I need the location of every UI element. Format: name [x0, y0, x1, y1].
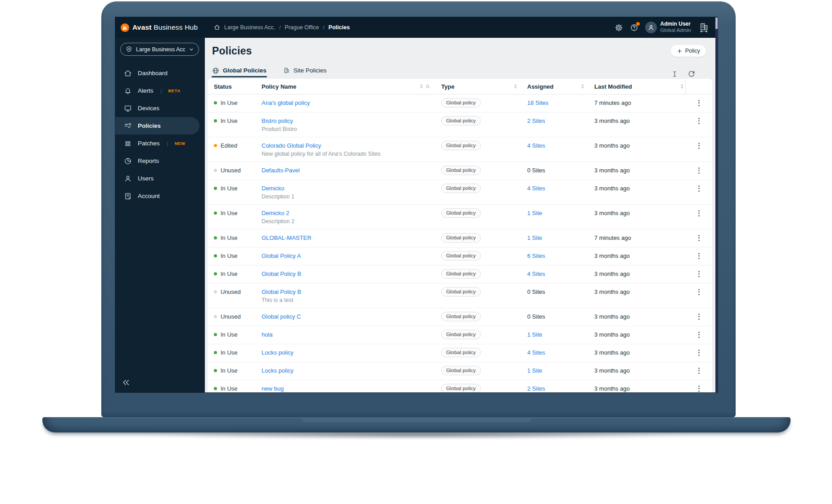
import-icon[interactable] — [671, 70, 678, 78]
kebab-menu-icon[interactable] — [694, 366, 703, 375]
kebab-menu-icon[interactable] — [694, 330, 703, 339]
sidebar-item-alerts[interactable]: Alerts|BETA — [115, 82, 205, 99]
sort-icon[interactable] — [514, 84, 517, 89]
refresh-icon[interactable] — [687, 70, 696, 78]
policy-name-cell: Defaults-Pavel — [262, 162, 433, 174]
assigned-sites-link[interactable]: 4 Sites — [527, 142, 545, 149]
assigned-sites-link[interactable]: 6 Sites — [527, 252, 545, 259]
sidebar-item-patches[interactable]: Patches|NEW — [115, 135, 205, 152]
sort-icon[interactable] — [581, 84, 584, 89]
sidebar-item-devices[interactable]: Devices — [115, 99, 205, 117]
actions-cell — [685, 362, 712, 375]
assigned-sites-link[interactable]: 4 Sites — [527, 185, 545, 192]
kebab-menu-icon[interactable] — [694, 116, 703, 126]
policy-name-link[interactable]: Global Policy B — [262, 270, 301, 277]
sidebar-item-users[interactable]: Users — [115, 170, 205, 187]
breadcrumb-item[interactable]: Policies — [329, 24, 350, 31]
sidebar-item-label: Policies — [138, 122, 161, 129]
kebab-menu-icon[interactable] — [694, 98, 703, 108]
breadcrumb-item[interactable]: Prague Office — [285, 24, 319, 31]
add-policy-button[interactable]: Policy — [671, 45, 706, 57]
assigned-sites-link[interactable]: 1 Site — [527, 367, 542, 374]
kebab-menu-icon[interactable] — [694, 233, 703, 243]
policy-name-link[interactable]: Ana's global policy — [262, 99, 310, 106]
breadcrumb-item[interactable]: Large Business Acc. — [224, 24, 275, 31]
scrollbar-track[interactable] — [715, 17, 718, 392]
sidebar-item-reports[interactable]: Reports — [115, 152, 205, 170]
sidebar-item-label: Dashboard — [138, 70, 167, 76]
type-cell: Global policy — [433, 94, 519, 108]
sidebar: Large Business Acc. DashboardAlerts|BETA… — [115, 38, 205, 392]
status-dot — [214, 187, 217, 190]
search-icon[interactable] — [425, 84, 431, 90]
policy-name-link[interactable]: Locks policy — [262, 367, 294, 374]
assigned-sites-link[interactable]: 4 Sites — [527, 270, 545, 277]
sidebar-item-account[interactable]: Account — [115, 187, 205, 205]
assigned-cell: 1 Site — [519, 326, 586, 338]
policy-name-link[interactable]: Bistro policy — [262, 117, 293, 124]
kebab-menu-icon[interactable] — [694, 287, 703, 297]
sidebar-item-policies[interactable]: Policies — [115, 117, 199, 135]
actions-cell — [685, 380, 712, 392]
col-header-last-modified[interactable]: Last Modified — [586, 79, 685, 94]
help-icon[interactable] — [630, 23, 638, 32]
kebab-menu-icon[interactable] — [694, 184, 703, 193]
gear-icon[interactable] — [615, 23, 623, 32]
kebab-menu-icon[interactable] — [694, 269, 703, 279]
policy-name-link[interactable]: Colorado Global Policy — [262, 142, 321, 149]
actions-cell — [685, 308, 712, 321]
policy-name-link[interactable]: Demicko — [262, 185, 285, 192]
policy-name-link[interactable]: Global Policy B — [262, 288, 301, 295]
policy-name-link[interactable]: Demicko 2 — [262, 210, 289, 216]
org-switcher-icon[interactable] — [698, 22, 710, 33]
policy-type-badge: Global policy — [441, 269, 481, 279]
assigned-sites-link[interactable]: 1 Site — [527, 210, 542, 216]
assigned-sites-link[interactable]: 4 Sites — [527, 349, 545, 356]
scrollbar-thumb[interactable] — [715, 18, 718, 29]
sidebar-item-dashboard[interactable]: Dashboard — [115, 64, 205, 82]
type-cell: Global policy — [433, 229, 519, 243]
kebab-menu-icon[interactable] — [694, 348, 703, 357]
assigned-sites-link[interactable]: 18 Sites — [527, 99, 548, 106]
table-row: In Usenew bugGlobal policy2 Sites3 month… — [208, 380, 712, 392]
kebab-menu-icon[interactable] — [694, 312, 703, 321]
avatar[interactable] — [645, 22, 657, 33]
assigned-sites-link[interactable]: 2 Sites — [527, 117, 545, 124]
kebab-menu-icon[interactable] — [694, 251, 703, 261]
kebab-menu-icon[interactable] — [694, 141, 703, 150]
status-label: Unused — [221, 166, 241, 174]
account-selector[interactable]: Large Business Acc. — [120, 43, 199, 56]
policy-type-badge: Global policy — [441, 98, 481, 108]
table-row: In UseDemicko 2Description 2Global polic… — [208, 205, 712, 230]
table-row: In UseDemickoDescription 1Global policy4… — [208, 180, 712, 205]
assigned-sites-link[interactable]: 1 Site — [527, 234, 542, 241]
tab-site-policies[interactable]: Site Policies — [283, 63, 327, 78]
policy-name-link[interactable]: new bug — [262, 385, 284, 392]
sort-icon[interactable] — [420, 84, 423, 89]
sort-icon[interactable] — [681, 84, 683, 89]
col-header-policy-name[interactable]: Policy Name — [262, 79, 433, 94]
actions-cell — [685, 205, 712, 218]
kebab-menu-icon[interactable] — [694, 166, 703, 175]
tab-global-policies[interactable]: Global Policies — [212, 63, 267, 78]
brand-text: Avast Business Hub — [132, 23, 198, 32]
col-header-type[interactable]: Type — [433, 79, 519, 94]
status-label: In Use — [221, 331, 238, 338]
laptop-shadow — [36, 431, 797, 441]
assigned-sites-link[interactable]: 1 Site — [527, 331, 542, 338]
table-row: In UseholaGlobal policy1 Site3 months ag… — [208, 326, 712, 344]
policy-name-link[interactable]: Defaults-Pavel — [262, 167, 300, 174]
policy-name-link[interactable]: Global policy C — [262, 313, 301, 320]
home-breadcrumb-icon[interactable] — [214, 24, 220, 31]
policy-name-link[interactable]: hola — [262, 331, 273, 338]
assigned-sites-link[interactable]: 2 Sites — [527, 385, 545, 392]
policy-name-link[interactable]: Global Policy A — [262, 252, 301, 259]
policy-name-link[interactable]: GLOBAL-MASTER — [262, 234, 312, 241]
kebab-menu-icon[interactable] — [694, 208, 703, 218]
user-info[interactable]: Admin User Global Admin — [660, 21, 691, 33]
collapse-sidebar-icon[interactable] — [122, 378, 131, 387]
kebab-menu-icon[interactable] — [694, 384, 703, 392]
table-row: In UseLocks policyGlobal policy4 Sites3 … — [208, 344, 712, 362]
col-header-assigned[interactable]: Assigned — [519, 79, 586, 94]
policy-name-link[interactable]: Locks policy — [262, 349, 294, 356]
